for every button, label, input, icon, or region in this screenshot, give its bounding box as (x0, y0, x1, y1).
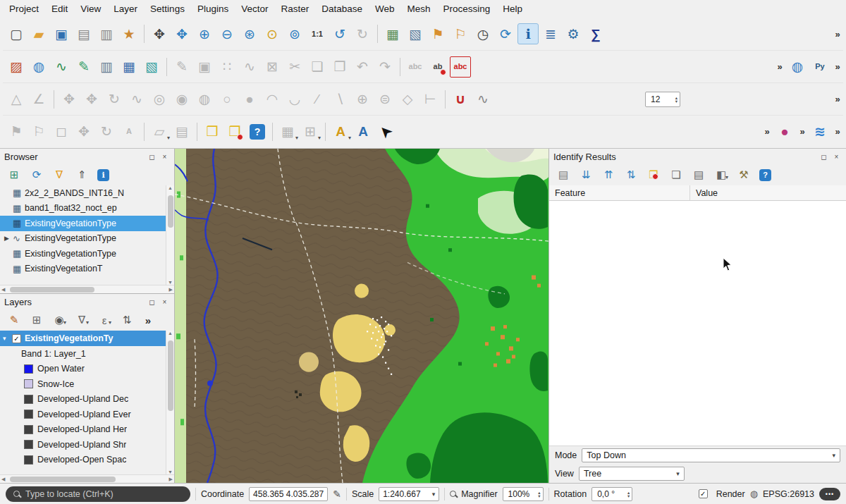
legend-item[interactable]: Developed-Upland Ever (0, 407, 166, 422)
add-selected-layers-icon[interactable]: ⊞ (7, 168, 21, 182)
zoom-to-selection-icon[interactable]: ⊙ (262, 23, 283, 44)
value-column-header[interactable]: Value (690, 188, 846, 198)
unpin-labels-icon[interactable]: ⚐ (28, 121, 49, 142)
text-annotation-icon[interactable]: ❒ (202, 121, 223, 142)
toolbar-overflow-icon[interactable]: » (797, 121, 808, 142)
menu-web[interactable]: Web (369, 1, 401, 16)
identify-results-body[interactable] (549, 201, 846, 446)
expander-icon[interactable]: ▾ (3, 335, 12, 342)
construction-guides-icon[interactable]: ∠ (28, 89, 49, 110)
label-blocking-icon[interactable]: ab (427, 56, 448, 78)
menu-vector[interactable]: Vector (235, 1, 274, 16)
new-project-icon[interactable]: ▢ (6, 23, 27, 44)
offset-curve-icon[interactable]: ◠ (262, 89, 283, 110)
add-group-icon[interactable]: ⊞ (30, 313, 44, 327)
browser-vscrollbar[interactable]: ▲ ▼ (166, 185, 174, 285)
show-bookmarks-icon[interactable]: ⚑ (427, 23, 448, 44)
labeling-toolbar-icon[interactable]: A (330, 121, 351, 142)
layers-toolbar-overflow-icon[interactable]: » (142, 313, 154, 327)
legend-item[interactable]: Developed-Upland Dec (0, 392, 166, 407)
messages-button[interactable]: ••• (819, 488, 840, 500)
zoom-out-icon[interactable]: ⊖ (216, 23, 238, 44)
close-panel-button[interactable]: × (159, 152, 170, 162)
open-project-icon[interactable]: ▰ (28, 23, 49, 44)
layout-manager-icon[interactable]: ▥ (96, 23, 117, 44)
add-virtual-layer-icon[interactable]: ▥ (96, 56, 117, 78)
crs-label[interactable]: EPSG:26913 (763, 489, 814, 499)
form-annotation-icon[interactable]: ❒ (224, 121, 245, 142)
add-line-feature-icon[interactable]: ∿ (239, 56, 260, 78)
browser-item[interactable]: ▶ ▦ band1_float32_noct_ep (0, 201, 166, 216)
browser-item[interactable]: ▶ ▦ 2x2_2_BANDS_INT16_N (0, 185, 166, 201)
map-canvas[interactable] (175, 149, 548, 483)
merge-features-icon[interactable]: ⊕ (352, 89, 373, 110)
legend-item[interactable]: Band 1: Layer_1 (0, 346, 166, 362)
pan-to-selection-icon[interactable]: ✥ (171, 23, 192, 44)
add-wms-layer-icon[interactable]: ◍ (28, 56, 49, 78)
save-project-icon[interactable]: ▣ (51, 23, 72, 44)
browser-item[interactable]: ▶ ▦ ExistingVegetationT (0, 262, 166, 277)
zoom-native-icon[interactable]: 1:1 (307, 23, 328, 44)
zoom-full-icon[interactable]: ⊛ (239, 23, 260, 44)
python-console-icon[interactable]: Py (809, 56, 830, 78)
add-mesh-layer-icon[interactable]: ▧ (141, 56, 162, 78)
new-shapefile-layer-icon[interactable]: ✎ (73, 56, 94, 78)
scale-dropdown[interactable]: 1:240.667 ▾ (379, 487, 439, 501)
print-results-icon[interactable]: ▤ (692, 168, 706, 182)
form-view-icon[interactable]: ▤ (556, 168, 570, 182)
expand-collapse-all-icon[interactable]: ⇅ (120, 313, 134, 327)
rotate-label-icon[interactable]: ↻ (96, 121, 117, 142)
identify-settings-icon[interactable]: ◧ (714, 168, 728, 182)
filter-by-expression-icon[interactable]: ε (97, 313, 111, 327)
menu-edit[interactable]: Edit (45, 1, 74, 16)
advanced-digitizing-icon[interactable]: △ (6, 89, 27, 110)
reshape-features-icon[interactable]: ◡ (284, 89, 305, 110)
coordinate-extents-icon[interactable]: ✎ (333, 488, 341, 500)
new-map-view-icon[interactable]: ▦ (382, 23, 403, 44)
copy-features-icon[interactable]: ❏ (307, 56, 328, 78)
fill-ring-icon[interactable]: ◍ (194, 89, 215, 110)
browser-item[interactable]: ▶ ∿ ExistingVegetationType (0, 231, 166, 247)
browser-item[interactable]: ▶ ▦ ExistingVegetationType (0, 216, 166, 231)
open-layer-styling-icon[interactable]: ✎ (7, 313, 21, 327)
move-label-icon[interactable]: ✥ (73, 121, 94, 142)
save-layer-edits-icon[interactable]: ▣ (194, 56, 215, 78)
db-manager-icon[interactable]: ● (774, 121, 795, 142)
identify-features-icon[interactable]: ℹ (517, 23, 539, 44)
snapping-options-icon[interactable]: ∪ (450, 89, 471, 110)
rotation-spinbox[interactable]: 0,0 ° (591, 487, 632, 501)
menu-plugins[interactable]: Plugins (191, 1, 235, 16)
menu-settings[interactable]: Settings (144, 1, 191, 16)
float-panel-button[interactable]: ◻ (147, 152, 157, 162)
new-3d-map-view-icon[interactable]: ▧ (405, 23, 426, 44)
legend-item[interactable]: Developed-Upland Her (0, 422, 166, 438)
pan-map-icon[interactable]: ✥ (149, 23, 170, 44)
add-point-feature-icon[interactable]: ∷ (216, 56, 238, 78)
select-by-polygon-icon[interactable]: ▱ (149, 121, 170, 142)
collapse-all-icon[interactable]: ⇑ (75, 168, 89, 182)
zoom-next-icon[interactable]: ↻ (352, 23, 373, 44)
menu-layer[interactable]: Layer (107, 1, 144, 16)
metasearch-icon[interactable]: ◍ (787, 56, 808, 78)
add-raster-layer-icon[interactable]: ▦ (118, 56, 140, 78)
mesh-digitizing-icon[interactable]: ▦ (277, 121, 298, 142)
copy-results-icon[interactable]: ❏ (669, 168, 683, 182)
toolbar-overflow-icon[interactable]: » (832, 56, 843, 78)
toolbar-overflow-icon[interactable]: » (761, 121, 773, 142)
delete-selected-icon[interactable]: ⊠ (262, 56, 283, 78)
style-manager-icon[interactable]: ★ (118, 23, 140, 44)
menu-database[interactable]: Database (315, 1, 369, 16)
view-dropdown[interactable]: Tree ▾ (579, 467, 685, 481)
render-checkbox[interactable]: ✓ (699, 489, 708, 498)
options-icon[interactable]: ⚙ (563, 23, 584, 44)
toolbar-overflow-icon[interactable]: » (832, 23, 843, 44)
float-panel-button[interactable]: ◻ (819, 152, 829, 162)
toggle-editing-icon[interactable]: ✎ (171, 56, 192, 78)
coordinate-input[interactable]: 458.365 4.035.287 (249, 487, 328, 501)
properties-widget-icon[interactable]: ℹ (97, 169, 109, 181)
derived-settings-icon[interactable]: ⚒ (737, 168, 751, 182)
add-vector-layer-icon[interactable]: ∿ (51, 56, 72, 78)
select-by-form-icon[interactable]: ▤ (171, 121, 192, 142)
float-panel-button[interactable]: ◻ (147, 297, 157, 307)
zoom-last-icon[interactable]: ↺ (329, 23, 350, 44)
